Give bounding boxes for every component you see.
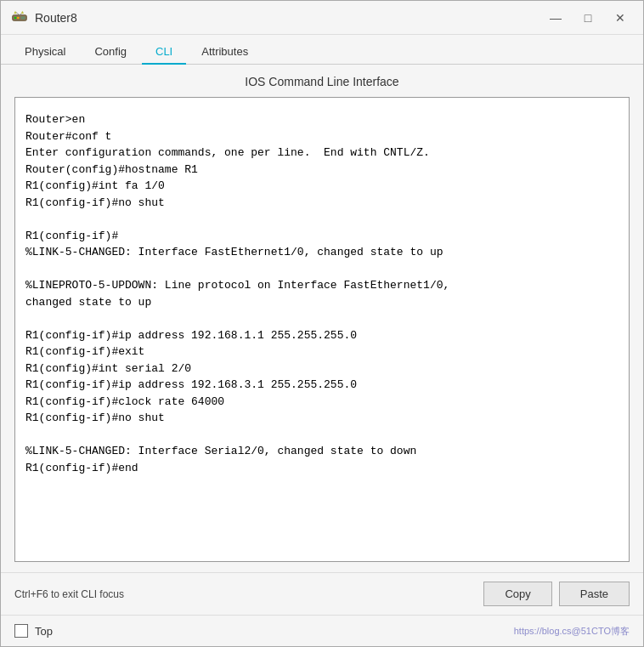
title-bar: Router8 — □ ✕ [1,1,643,35]
main-window: Router8 — □ ✕ Physical Config CLI Attrib… [0,0,644,647]
cli-container: Router>en Router#conf t Enter configurat… [14,97,630,562]
svg-point-2 [17,16,19,19]
maximize-button[interactable]: □ [575,8,601,28]
copy-button[interactable]: Copy [483,582,551,606]
top-label: Top [35,625,53,638]
action-buttons: Copy Paste [483,582,630,606]
close-button[interactable]: ✕ [607,8,633,28]
watermark: https://blog.cs@51CTO博客 [514,625,630,638]
minimize-button[interactable]: — [543,8,568,28]
cli-output[interactable]: Router>en Router#conf t Enter configurat… [15,98,629,561]
top-checkbox[interactable] [14,624,28,638]
svg-rect-3 [21,16,25,19]
svg-point-1 [14,16,17,19]
shortcut-hint: Ctrl+F6 to exit CLI focus [14,588,124,600]
tab-bar: Physical Config CLI Attributes [1,35,643,65]
bottom-bar: Ctrl+F6 to exit CLI focus Copy Paste [1,572,643,615]
tab-attributes[interactable]: Attributes [188,40,262,65]
title-bar-left: Router8 [11,9,77,26]
tab-physical[interactable]: Physical [11,40,79,65]
paste-button[interactable]: Paste [559,582,630,606]
content-area: IOS Command Line Interface Router>en Rou… [1,65,643,572]
tab-config[interactable]: Config [81,40,140,65]
footer-bar: Top https://blog.cs@51CTO博客 [1,615,643,646]
tab-cli[interactable]: CLI [142,40,186,65]
section-title: IOS Command Line Interface [14,75,630,88]
window-title: Router8 [35,11,77,25]
title-bar-controls: — □ ✕ [543,8,633,28]
svg-marker-7 [21,10,24,13]
router-icon [11,9,28,26]
